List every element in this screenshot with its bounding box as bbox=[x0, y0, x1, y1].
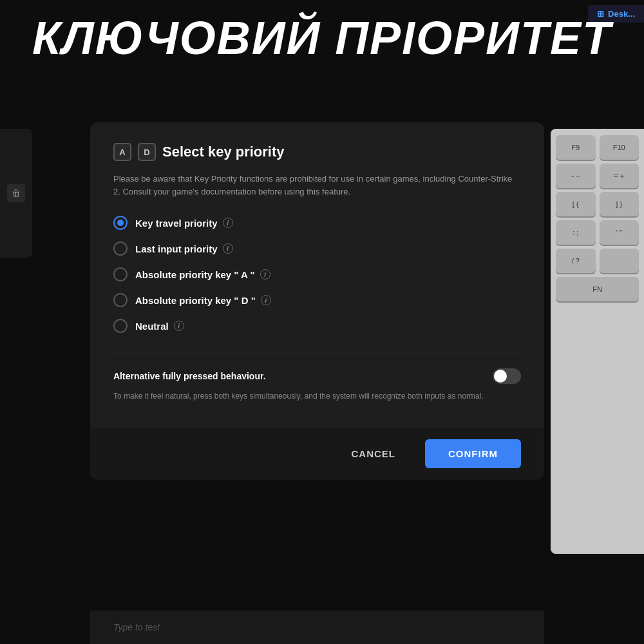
modal-title: Select key priority bbox=[162, 144, 285, 160]
option-last-input[interactable]: Last input priority i bbox=[113, 242, 521, 256]
key-empty bbox=[600, 249, 639, 273]
left-sidebar: 🗑 bbox=[0, 129, 32, 258]
radio-last-input bbox=[113, 242, 128, 256]
key-fn: FN bbox=[556, 277, 639, 301]
info-icon-neutral[interactable]: i bbox=[174, 321, 184, 331]
key-f9: F9 bbox=[556, 135, 596, 160]
info-icon-absolute-a[interactable]: i bbox=[260, 269, 270, 279]
key-semicolon: : ; bbox=[556, 220, 596, 245]
option-label-last-input: Last input priority i bbox=[135, 243, 233, 254]
option-label-neutral: Neutral i bbox=[135, 321, 184, 332]
key-badge-d: D bbox=[138, 143, 156, 161]
toggle-switch[interactable] bbox=[493, 368, 521, 384]
modal-footer: CANCEL CONFIRM bbox=[90, 428, 544, 480]
keyboard-background: F9 F10 - − = + [ { ] } : ; ' " / ? FN bbox=[551, 129, 644, 554]
info-icon-last-input[interactable]: i bbox=[223, 243, 233, 254]
key-slash: / ? bbox=[556, 249, 596, 273]
key-badge-a: A bbox=[113, 143, 131, 161]
modal-warning-text: Please be aware that Key Priority functi… bbox=[113, 173, 521, 198]
info-icon-absolute-d[interactable]: i bbox=[261, 295, 271, 305]
modal-body: A D Select key priority Please be aware … bbox=[90, 122, 544, 428]
key-bracket-open: [ { bbox=[556, 192, 596, 216]
toggle-label: Alternative fully pressed behaviour. bbox=[113, 371, 266, 381]
toggle-description: To make it feel natural, press both keys… bbox=[113, 390, 521, 402]
option-absolute-d[interactable]: Absolute priority key " D " i bbox=[113, 293, 521, 307]
divider bbox=[113, 354, 521, 354]
option-key-travel[interactable]: Key travel priority i bbox=[113, 216, 521, 230]
radio-key-travel bbox=[113, 216, 128, 230]
confirm-button[interactable]: CONFIRM bbox=[425, 439, 521, 468]
option-label-key-travel: Key travel priority i bbox=[135, 218, 233, 229]
option-label-absolute-a: Absolute priority key " A " i bbox=[135, 269, 270, 280]
radio-neutral bbox=[113, 319, 128, 333]
key-quote: ' " bbox=[600, 220, 639, 245]
cancel-button[interactable]: CANCEL bbox=[331, 439, 417, 468]
key-f10: F10 bbox=[600, 135, 639, 160]
toggle-section: Alternative fully pressed behaviour. To … bbox=[113, 368, 521, 402]
key-equals: = + bbox=[600, 164, 639, 188]
type-to-test-label: Type to test bbox=[113, 622, 160, 632]
option-neutral[interactable]: Neutral i bbox=[113, 319, 521, 333]
info-icon-key-travel[interactable]: i bbox=[223, 218, 233, 228]
option-absolute-a[interactable]: Absolute priority key " A " i bbox=[113, 267, 521, 281]
options-list: Key travel priority i Last input priorit… bbox=[113, 216, 521, 333]
type-to-test-bar: Type to test bbox=[90, 611, 544, 644]
toggle-knob bbox=[494, 370, 507, 383]
radio-absolute-a bbox=[113, 267, 128, 281]
sidebar-icon-trash[interactable]: 🗑 bbox=[7, 184, 25, 202]
page-title: КЛЮЧОВИЙ ПРІОРИТЕТ bbox=[0, 12, 644, 64]
toggle-row: Alternative fully pressed behaviour. bbox=[113, 368, 521, 384]
keyboard-keys: F9 F10 - − = + [ { ] } : ; ' " / ? FN bbox=[551, 129, 644, 308]
key-minus: - − bbox=[556, 164, 596, 188]
radio-absolute-d bbox=[113, 293, 128, 307]
modal-header: A D Select key priority bbox=[113, 143, 521, 161]
key-bracket-close: ] } bbox=[600, 192, 639, 216]
option-label-absolute-d: Absolute priority key " D " i bbox=[135, 295, 271, 306]
modal-dialog: A D Select key priority Please be aware … bbox=[90, 122, 544, 480]
